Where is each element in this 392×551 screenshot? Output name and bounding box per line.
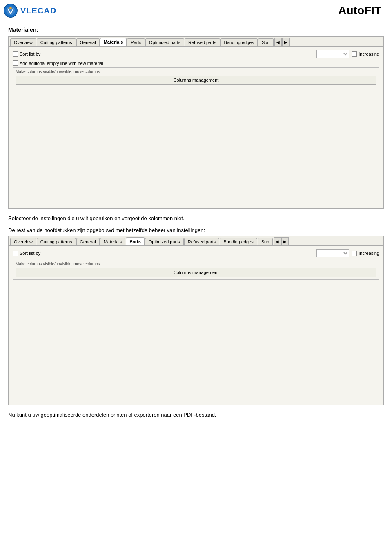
panel1-columns-section-label: Make columns visible/unvisible, move col… [16, 69, 376, 74]
panel2-columns-mgmt-btn[interactable]: Columns management [16, 268, 376, 277]
panel1-body: Sort list by Increasing Add aditional em… [9, 47, 383, 208]
tab-optimized-parts-1[interactable]: Optimized parts [145, 38, 184, 46]
sort-checkbox-1[interactable] [13, 51, 18, 57]
tab-next-btn-2[interactable]: ▶ [281, 237, 289, 245]
panel1-empty-area [13, 90, 379, 204]
increasing-label-1: Increasing [359, 51, 379, 56]
tab-parts-1[interactable]: Parts [127, 38, 145, 46]
tab-general-1[interactable]: General [76, 38, 100, 46]
panel2-columns-section-label: Make columns visible/unvisible, move col… [16, 262, 376, 266]
increasing-area-1: Increasing [352, 51, 379, 57]
sort-label-2: Sort list by [20, 251, 40, 256]
svg-point-2 [9, 7, 11, 9]
tab-general-2[interactable]: General [76, 238, 100, 245]
tab-cutting-patterns-2[interactable]: Cutting patterns [37, 238, 76, 245]
sort-checkbox-area-2: Sort list by [13, 251, 40, 256]
tab-parts-2[interactable]: Parts [126, 237, 145, 245]
logo-text: VLECAD [20, 6, 56, 16]
sort-dropdown-1[interactable] [316, 50, 349, 58]
tab-next-btn-1[interactable]: ▶ [282, 38, 290, 46]
sort-checkbox-2[interactable] [13, 251, 18, 256]
vlecad-logo-icon [3, 3, 18, 18]
paragraph2: De rest van de hoofdstukken zijn opgebou… [8, 227, 384, 233]
tab-sun-2[interactable]: Sun [258, 238, 273, 245]
section1-title: Materialen: [8, 27, 384, 33]
panel2-sort-row: Sort list by Increasing [13, 249, 379, 257]
add-line-checkbox-1[interactable] [13, 60, 18, 66]
increasing-label-2: Increasing [359, 251, 379, 256]
panel2: Overview Cutting patterns General Materi… [8, 236, 384, 405]
sort-checkbox-area-1: Sort list by [13, 51, 40, 57]
panel1-tabs-row: Overview Cutting patterns General Materi… [9, 37, 383, 47]
tab-overview-1[interactable]: Overview [10, 38, 36, 46]
tab-banding-edges-2[interactable]: Banding edges [220, 238, 257, 245]
tab-prev-btn-2[interactable]: ◀ [274, 237, 281, 245]
panel2-columns-section: Make columns visible/unvisible, move col… [13, 260, 379, 280]
tab-banding-edges-1[interactable]: Banding edges [220, 38, 258, 46]
content-area: Materialen: Overview Cutting patterns Ge… [0, 20, 392, 424]
tab-materials-1[interactable]: Materials [100, 38, 127, 46]
bottom-text: Nu kunt u uw geoptimaliseerde onderdelen… [8, 412, 384, 418]
logo-area: VLECAD [3, 3, 56, 18]
sort-label-1: Sort list by [20, 51, 40, 56]
tab-refused-parts-1[interactable]: Refused parts [185, 38, 220, 46]
tab-prev-btn-1[interactable]: ◀ [274, 38, 282, 46]
panel1-columns-mgmt-btn[interactable]: Columns management [16, 76, 376, 85]
tab-materials-2[interactable]: Materials [100, 238, 126, 245]
tab-refused-parts-2[interactable]: Refused parts [184, 238, 219, 245]
increasing-checkbox-2[interactable] [352, 251, 357, 256]
app-title: AutoFIT [338, 4, 385, 17]
tab-overview-2[interactable]: Overview [10, 238, 36, 245]
add-line-label-1: Add aditional empty line with new materi… [20, 61, 103, 66]
panel1-columns-section: Make columns visible/unvisible, move col… [13, 67, 379, 87]
paragraph1: Selecteer de instellingen die u wilt geb… [8, 215, 384, 221]
increasing-area-2: Increasing [352, 251, 379, 256]
header: VLECAD AutoFIT [0, 0, 392, 20]
tab-optimized-parts-2[interactable]: Optimized parts [145, 238, 184, 245]
sort-dropdown-2[interactable] [316, 249, 349, 257]
panel1: Overview Cutting patterns General Materi… [8, 36, 384, 209]
increasing-checkbox-1[interactable] [352, 51, 357, 57]
tab-cutting-patterns-1[interactable]: Cutting patterns [37, 38, 76, 46]
panel2-body: Sort list by Increasing Make columns vis… [9, 246, 383, 405]
panel1-sort-row: Sort list by Increasing [13, 50, 379, 58]
panel2-tabs-row: Overview Cutting patterns General Materi… [9, 236, 383, 246]
panel2-empty-area [13, 282, 379, 401]
tab-sun-1[interactable]: Sun [258, 38, 274, 46]
panel1-add-line-row: Add aditional empty line with new materi… [13, 60, 379, 66]
